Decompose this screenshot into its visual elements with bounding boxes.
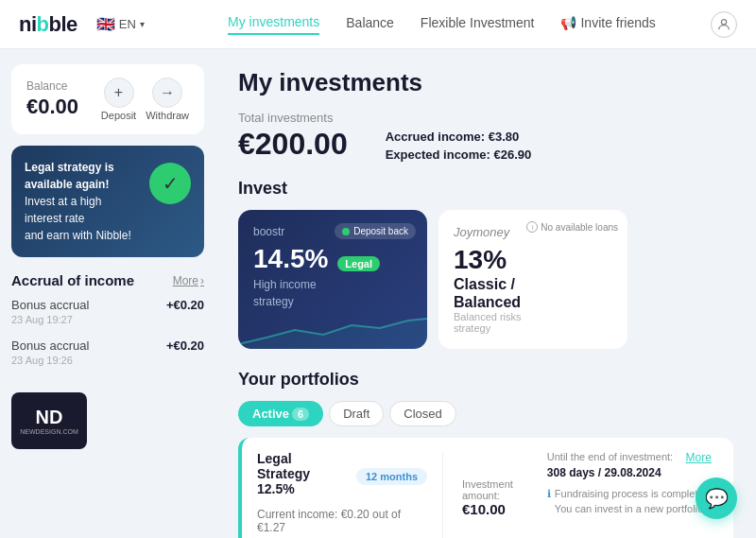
- joymoney-card[interactable]: i No available loans Joymoney 13% Classi…: [438, 210, 627, 349]
- accrual-item-1-header: Bonus accrual +€0.20: [11, 298, 204, 312]
- boostr-tag: Legal: [337, 256, 380, 271]
- portfolio-income-text-1: Current income: €0.20 out of €1.27: [257, 508, 427, 534]
- svg-marker-1: [238, 319, 427, 349]
- main-nav: My investments Balance Flexible Investme…: [173, 14, 711, 35]
- joymoney-rate: 13%: [454, 245, 612, 275]
- portfolio-name-1: Legal Strategy 12.5%: [257, 451, 345, 496]
- balance-amount: €0.00: [26, 95, 78, 119]
- accrual-more-link[interactable]: More ›: [173, 274, 204, 287]
- svg-point-0: [721, 19, 726, 24]
- accrual-item-2-date: 23 Aug 19:26: [11, 355, 204, 366]
- lang-label: EN: [119, 17, 136, 31]
- user-icon[interactable]: [711, 11, 737, 38]
- green-dot: [342, 228, 350, 235]
- nav-invite-friends[interactable]: 📢 Invite friends: [560, 14, 655, 35]
- accrual-item-1-label: Bonus accrual: [11, 298, 89, 312]
- nd-text: ND: [36, 407, 63, 428]
- main-content: My investments Total investments €200.00…: [215, 49, 756, 538]
- arrow-right-icon: →: [152, 78, 182, 108]
- invest-cards: Deposit back boostr 14.5% Legal High inc…: [238, 210, 733, 349]
- deposit-label: Deposit: [101, 110, 136, 121]
- accrual-section: Accrual of income More › Bonus accrual +…: [11, 269, 204, 383]
- chevron-down-icon: ▾: [140, 19, 145, 29]
- portfolio-card-1: Legal Strategy 12.5% 12 months Current i…: [238, 438, 733, 538]
- no-loans-badge: i No available loans: [526, 221, 618, 233]
- income-stats: Accrued income: €3.80 Expected income: €…: [386, 130, 532, 162]
- withdraw-label: Withdraw: [146, 110, 189, 121]
- balance-label: Balance: [26, 79, 78, 93]
- invest-section-title: Invest: [238, 179, 733, 199]
- portfolio-left-1: Legal Strategy 12.5% 12 months Current i…: [257, 451, 443, 538]
- page-title: My investments: [238, 68, 733, 97]
- portfolio-row-header-1: Legal Strategy 12.5% 12 months: [257, 451, 427, 502]
- deposit-button[interactable]: + Deposit: [101, 78, 136, 121]
- accrual-item-2-amount: +€0.20: [166, 338, 204, 353]
- info-icon: i: [526, 221, 538, 233]
- withdraw-button[interactable]: → Withdraw: [146, 78, 189, 121]
- deposit-back-badge: Deposit back: [335, 223, 416, 239]
- promo-text: Legal strategy is available again! Inves…: [25, 159, 149, 244]
- accrual-item: Bonus accrual +€0.20 23 Aug 19:26: [11, 338, 204, 366]
- portfolio-more-1[interactable]: More: [685, 451, 711, 464]
- info-icon-notice: ℹ: [547, 487, 551, 501]
- lang-selector[interactable]: 🇬🇧 EN ▾: [96, 15, 145, 33]
- accrual-item-2-header: Bonus accrual +€0.20: [11, 338, 204, 353]
- stats-row: Total investments €200.00 Accrued income…: [238, 111, 733, 162]
- portfolios-title: Your portfolios: [238, 370, 733, 390]
- accrual-header: Accrual of income More ›: [11, 272, 204, 288]
- portfolio-invest-amount-1: €10.00: [462, 501, 513, 517]
- joymoney-strategy: Balanced risks: [454, 311, 612, 322]
- flag-icon: 🇬🇧: [96, 15, 115, 33]
- chevron-right-icon: ›: [200, 274, 204, 287]
- portfolio-until-1: Until the end of investment: 308 days / …: [547, 451, 673, 479]
- total-invest-label: Total investments: [238, 111, 348, 125]
- portfolio-tabs: Active6 Draft Closed: [238, 401, 733, 426]
- portfolio-notice-1: ℹ Fundraising process is completed. You …: [547, 487, 721, 516]
- accrual-item-1-amount: +€0.20: [166, 298, 204, 312]
- logo: nibble: [19, 12, 77, 37]
- portfolio-center-1: Investment amount: €10.00: [443, 451, 532, 538]
- checkmark-icon: ✓: [149, 163, 191, 204]
- boostr-strategy: High income: [253, 278, 412, 291]
- nd-badge: ND NEWDESIGN.COM: [11, 392, 87, 449]
- accrued-income-stat: Accrued income: €3.80: [386, 130, 532, 144]
- nav-flexible-investment[interactable]: Flexible Investment: [421, 14, 535, 35]
- portfolio-until-label-1: Until the end of investment:: [547, 451, 673, 462]
- total-investments: Total investments €200.00: [238, 111, 348, 162]
- total-invest-amount: €200.00: [238, 127, 348, 162]
- plus-icon: +: [104, 78, 134, 108]
- boostr-strategy2: strategy: [253, 295, 412, 308]
- joymoney-type: Classic / Balanced: [454, 275, 612, 311]
- header: nibble 🇬🇧 EN ▾ My investments Balance Fl…: [0, 0, 756, 49]
- sidebar: Balance €0.00 + Deposit → Withdraw Legal…: [0, 49, 215, 538]
- tab-active[interactable]: Active6: [238, 401, 323, 426]
- nd-sub: NEWDESIGN.COM: [20, 428, 77, 435]
- accrual-item-2-label: Bonus accrual: [11, 338, 89, 353]
- balance-card: Balance €0.00 + Deposit → Withdraw: [11, 64, 204, 134]
- joymoney-strategy2: strategy: [454, 322, 612, 334]
- portfolio-right-inner-1: Until the end of investment: 308 days / …: [547, 451, 721, 516]
- portfolio-invest-label-1: Investment amount:: [462, 478, 513, 501]
- balance-actions: + Deposit → Withdraw: [101, 78, 189, 121]
- chat-icon: 💬: [705, 487, 729, 510]
- tab-closed[interactable]: Closed: [389, 401, 455, 426]
- boostr-rate: 14.5%: [253, 244, 328, 273]
- nav-my-investments[interactable]: My investments: [228, 14, 319, 35]
- portfolio-duration-1: 12 months: [356, 468, 427, 485]
- layout: Balance €0.00 + Deposit → Withdraw Legal…: [0, 49, 756, 538]
- tab-draft[interactable]: Draft: [329, 401, 384, 426]
- boostr-rate-row: 14.5% Legal: [253, 244, 412, 274]
- accrual-title: Accrual of income: [11, 272, 134, 288]
- portfolio-right-1: Until the end of investment: 308 days / …: [532, 451, 721, 538]
- header-right: [711, 11, 737, 38]
- boostr-card[interactable]: Deposit back boostr 14.5% Legal High inc…: [238, 210, 427, 349]
- nav-balance[interactable]: Balance: [346, 14, 394, 35]
- megaphone-icon: 📢: [560, 15, 576, 30]
- expected-income-stat: Expected income: €26.90: [386, 148, 532, 162]
- promo-card[interactable]: Legal strategy is available again! Inves…: [11, 146, 204, 257]
- balance-info: Balance €0.00: [26, 79, 78, 119]
- accrual-item: Bonus accrual +€0.20 23 Aug 19:27: [11, 298, 204, 325]
- portfolio-until-value-1: 308 days / 29.08.2024: [547, 466, 673, 479]
- accrual-item-1-date: 23 Aug 19:27: [11, 314, 204, 325]
- chat-button[interactable]: 💬: [696, 477, 737, 519]
